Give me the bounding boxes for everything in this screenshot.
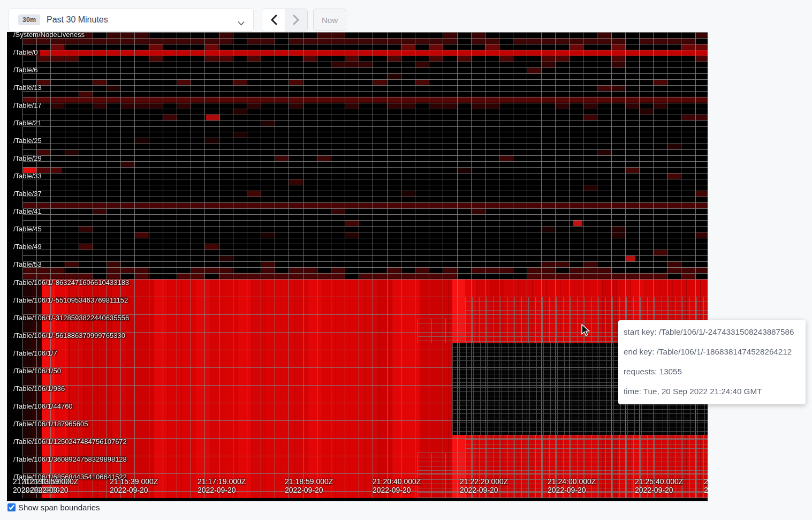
time-back-button[interactable] xyxy=(262,9,285,32)
toolbar: 30m Past 30 Minutes Now xyxy=(0,0,812,32)
time-range-dropdown[interactable]: 30m Past 30 Minutes xyxy=(9,8,254,32)
duration-badge: 30m xyxy=(18,14,40,26)
time-range-label: Past 30 Minutes xyxy=(47,15,108,25)
tooltip-time: time: Tue, 20 Sep 2022 21:24:40 GMT xyxy=(624,387,800,396)
chevron-left-icon xyxy=(270,14,277,27)
show-span-boundaries-checkbox[interactable]: Show span boundaries xyxy=(7,503,100,512)
time-forward-button[interactable] xyxy=(285,9,307,32)
chevron-down-icon xyxy=(238,18,245,28)
now-button[interactable]: Now xyxy=(313,9,346,31)
key-visualizer-chart: /System/NodeLiveness/Table/0/Table/6/Tab… xyxy=(7,32,708,498)
heatmap-canvas[interactable] xyxy=(7,32,708,498)
span-tooltip: start key: /Table/106/1/-247433150824388… xyxy=(618,320,806,404)
chart-bottom-border xyxy=(7,498,708,501)
tooltip-end-key: end key: /Table/106/1/-18683814745282642… xyxy=(624,347,800,356)
tooltip-start-key: start key: /Table/106/1/-247433150824388… xyxy=(624,327,800,336)
tooltip-requests: requests: 13055 xyxy=(624,367,800,376)
span-boundaries-label: Show span boundaries xyxy=(18,503,100,512)
time-nav-group xyxy=(262,9,308,32)
chevron-right-icon xyxy=(293,14,300,27)
span-boundaries-input[interactable] xyxy=(7,503,16,511)
key-visualizer-page: 30m Past 30 Minutes Now /System/NodeLive… xyxy=(0,0,812,520)
